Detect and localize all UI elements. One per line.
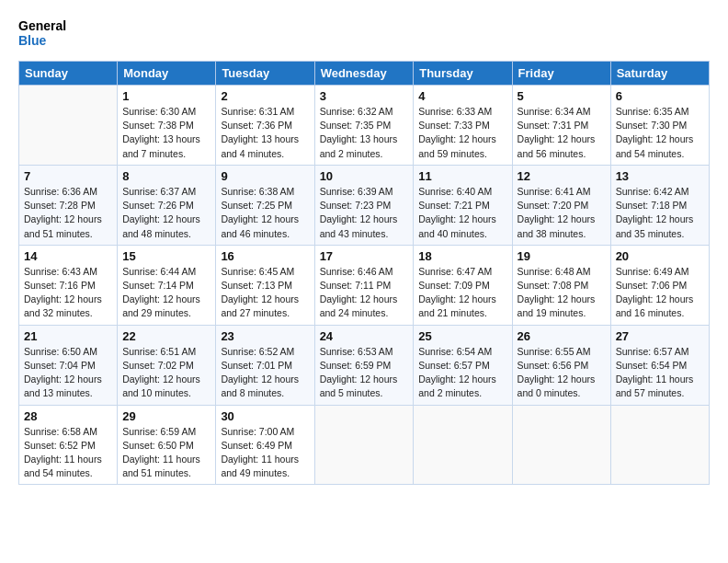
logo-general: General bbox=[18, 18, 66, 33]
day-cell: 10Sunrise: 6:39 AM Sunset: 7:23 PM Dayli… bbox=[314, 165, 414, 245]
day-number: 6 bbox=[616, 89, 704, 103]
weekday-header-sunday: Sunday bbox=[19, 62, 118, 86]
day-cell: 19Sunrise: 6:48 AM Sunset: 7:08 PM Dayli… bbox=[512, 245, 610, 325]
day-info: Sunrise: 6:53 AM Sunset: 6:59 PM Dayligh… bbox=[320, 345, 409, 401]
day-cell: 14Sunrise: 6:43 AM Sunset: 7:16 PM Dayli… bbox=[19, 245, 118, 325]
day-number: 13 bbox=[616, 169, 704, 183]
day-number: 29 bbox=[122, 409, 210, 423]
weekday-header-friday: Friday bbox=[512, 62, 610, 86]
day-info: Sunrise: 6:58 AM Sunset: 6:52 PM Dayligh… bbox=[24, 425, 112, 481]
day-number: 27 bbox=[616, 329, 704, 343]
day-cell bbox=[512, 405, 610, 485]
day-number: 1 bbox=[122, 89, 210, 103]
day-cell: 6Sunrise: 6:35 AM Sunset: 7:30 PM Daylig… bbox=[610, 86, 709, 166]
day-cell: 11Sunrise: 6:40 AM Sunset: 7:21 PM Dayli… bbox=[414, 165, 512, 245]
day-number: 5 bbox=[518, 89, 606, 103]
day-info: Sunrise: 6:41 AM Sunset: 7:20 PM Dayligh… bbox=[518, 185, 606, 241]
day-number: 20 bbox=[616, 249, 704, 263]
weekday-header-monday: Monday bbox=[118, 62, 216, 86]
day-info: Sunrise: 6:43 AM Sunset: 7:16 PM Dayligh… bbox=[24, 265, 112, 321]
day-info: Sunrise: 6:51 AM Sunset: 7:02 PM Dayligh… bbox=[122, 345, 210, 401]
day-cell: 17Sunrise: 6:46 AM Sunset: 7:11 PM Dayli… bbox=[314, 245, 414, 325]
day-number: 9 bbox=[221, 169, 309, 183]
day-cell: 26Sunrise: 6:55 AM Sunset: 6:56 PM Dayli… bbox=[512, 325, 610, 405]
day-cell: 8Sunrise: 6:37 AM Sunset: 7:26 PM Daylig… bbox=[118, 165, 216, 245]
week-row-3: 14Sunrise: 6:43 AM Sunset: 7:16 PM Dayli… bbox=[19, 245, 710, 325]
day-number: 3 bbox=[320, 89, 409, 103]
day-number: 19 bbox=[518, 249, 606, 263]
day-cell: 28Sunrise: 6:58 AM Sunset: 6:52 PM Dayli… bbox=[19, 405, 118, 485]
day-info: Sunrise: 6:44 AM Sunset: 7:14 PM Dayligh… bbox=[122, 265, 210, 321]
week-row-4: 21Sunrise: 6:50 AM Sunset: 7:04 PM Dayli… bbox=[19, 325, 710, 405]
day-info: Sunrise: 6:52 AM Sunset: 7:01 PM Dayligh… bbox=[221, 345, 309, 401]
weekday-header-tuesday: Tuesday bbox=[216, 62, 314, 86]
day-cell: 2Sunrise: 6:31 AM Sunset: 7:36 PM Daylig… bbox=[216, 86, 314, 166]
day-info: Sunrise: 6:45 AM Sunset: 7:13 PM Dayligh… bbox=[221, 265, 309, 321]
day-cell: 5Sunrise: 6:34 AM Sunset: 7:31 PM Daylig… bbox=[512, 86, 610, 166]
day-cell: 12Sunrise: 6:41 AM Sunset: 7:20 PM Dayli… bbox=[512, 165, 610, 245]
day-cell bbox=[414, 405, 512, 485]
logo-chevron-2 bbox=[76, 22, 83, 31]
header: General Blue bbox=[18, 15, 710, 52]
day-info: Sunrise: 6:33 AM Sunset: 7:33 PM Dayligh… bbox=[418, 105, 506, 161]
day-info: Sunrise: 6:39 AM Sunset: 7:23 PM Dayligh… bbox=[320, 185, 409, 241]
day-info: Sunrise: 6:54 AM Sunset: 6:57 PM Dayligh… bbox=[418, 345, 506, 401]
day-info: Sunrise: 6:38 AM Sunset: 7:25 PM Dayligh… bbox=[221, 185, 309, 241]
day-number: 4 bbox=[418, 89, 506, 103]
day-info: Sunrise: 6:59 AM Sunset: 6:50 PM Dayligh… bbox=[122, 425, 210, 481]
day-info: Sunrise: 6:57 AM Sunset: 6:54 PM Dayligh… bbox=[616, 345, 704, 401]
day-number: 24 bbox=[320, 329, 409, 343]
day-number: 22 bbox=[122, 329, 210, 343]
day-cell: 20Sunrise: 6:49 AM Sunset: 7:06 PM Dayli… bbox=[610, 245, 709, 325]
weekday-header-thursday: Thursday bbox=[414, 62, 512, 86]
day-number: 15 bbox=[122, 249, 210, 263]
logo-chevron-1 bbox=[74, 18, 81, 28]
day-number: 8 bbox=[122, 169, 210, 183]
day-cell: 9Sunrise: 6:38 AM Sunset: 7:25 PM Daylig… bbox=[216, 165, 314, 245]
day-cell: 1Sunrise: 6:30 AM Sunset: 7:38 PM Daylig… bbox=[118, 86, 216, 166]
logo: General Blue bbox=[18, 15, 83, 52]
day-info: Sunrise: 6:37 AM Sunset: 7:26 PM Dayligh… bbox=[122, 185, 210, 241]
day-info: Sunrise: 6:48 AM Sunset: 7:08 PM Dayligh… bbox=[518, 265, 606, 321]
weekday-header-wednesday: Wednesday bbox=[314, 62, 414, 86]
day-info: Sunrise: 6:32 AM Sunset: 7:35 PM Dayligh… bbox=[320, 105, 409, 161]
day-cell: 4Sunrise: 6:33 AM Sunset: 7:33 PM Daylig… bbox=[414, 86, 512, 166]
day-number: 7 bbox=[24, 169, 112, 183]
day-cell bbox=[610, 405, 709, 485]
day-cell: 27Sunrise: 6:57 AM Sunset: 6:54 PM Dayli… bbox=[610, 325, 709, 405]
day-number: 21 bbox=[24, 329, 112, 343]
day-info: Sunrise: 6:31 AM Sunset: 7:36 PM Dayligh… bbox=[221, 105, 309, 161]
day-cell bbox=[314, 405, 414, 485]
day-info: Sunrise: 6:34 AM Sunset: 7:31 PM Dayligh… bbox=[518, 105, 606, 161]
day-number: 12 bbox=[518, 169, 606, 183]
day-number: 17 bbox=[320, 249, 409, 263]
day-number: 25 bbox=[418, 329, 506, 343]
day-number: 28 bbox=[24, 409, 112, 423]
day-number: 26 bbox=[518, 329, 606, 343]
day-info: Sunrise: 6:30 AM Sunset: 7:38 PM Dayligh… bbox=[122, 105, 210, 161]
day-cell: 24Sunrise: 6:53 AM Sunset: 6:59 PM Dayli… bbox=[314, 325, 414, 405]
day-number: 30 bbox=[221, 409, 309, 423]
day-number: 23 bbox=[221, 329, 309, 343]
day-number: 14 bbox=[24, 249, 112, 263]
page: General Blue SundayMondayTuesdayWednesda… bbox=[0, 0, 728, 563]
day-cell: 22Sunrise: 6:51 AM Sunset: 7:02 PM Dayli… bbox=[118, 325, 216, 405]
day-cell: 18Sunrise: 6:47 AM Sunset: 7:09 PM Dayli… bbox=[414, 245, 512, 325]
day-cell: 21Sunrise: 6:50 AM Sunset: 7:04 PM Dayli… bbox=[19, 325, 118, 405]
day-number: 18 bbox=[418, 249, 506, 263]
weekday-header-saturday: Saturday bbox=[610, 62, 709, 86]
day-number: 10 bbox=[320, 169, 409, 183]
weekday-header-row: SundayMondayTuesdayWednesdayThursdayFrid… bbox=[19, 62, 710, 86]
week-row-5: 28Sunrise: 6:58 AM Sunset: 6:52 PM Dayli… bbox=[19, 405, 710, 485]
day-cell: 15Sunrise: 6:44 AM Sunset: 7:14 PM Dayli… bbox=[118, 245, 216, 325]
day-number: 11 bbox=[418, 169, 506, 183]
day-cell: 7Sunrise: 6:36 AM Sunset: 7:28 PM Daylig… bbox=[19, 165, 118, 245]
day-cell: 29Sunrise: 6:59 AM Sunset: 6:50 PM Dayli… bbox=[118, 405, 216, 485]
day-info: Sunrise: 7:00 AM Sunset: 6:49 PM Dayligh… bbox=[221, 425, 309, 481]
day-number: 16 bbox=[221, 249, 309, 263]
day-info: Sunrise: 6:46 AM Sunset: 7:11 PM Dayligh… bbox=[320, 265, 409, 321]
day-info: Sunrise: 6:49 AM Sunset: 7:06 PM Dayligh… bbox=[616, 265, 704, 321]
day-number: 2 bbox=[221, 89, 309, 103]
day-cell: 16Sunrise: 6:45 AM Sunset: 7:13 PM Dayli… bbox=[216, 245, 314, 325]
week-row-2: 7Sunrise: 6:36 AM Sunset: 7:28 PM Daylig… bbox=[19, 165, 710, 245]
